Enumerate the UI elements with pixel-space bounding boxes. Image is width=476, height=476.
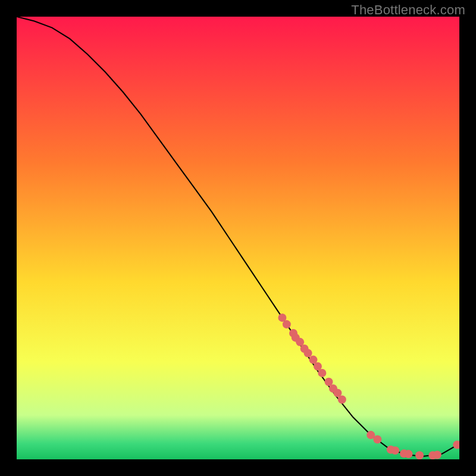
data-marker xyxy=(404,450,412,458)
watermark-text: TheBottleneck.com xyxy=(351,2,465,18)
data-marker xyxy=(304,349,312,357)
marker-group xyxy=(278,314,459,459)
plot-area xyxy=(17,17,459,459)
data-marker xyxy=(373,436,381,444)
chart-overlay xyxy=(17,17,459,459)
data-marker xyxy=(338,396,346,404)
data-marker xyxy=(433,451,441,459)
data-marker xyxy=(283,320,291,328)
chart-container: TheBottleneck.com xyxy=(0,0,476,476)
data-marker xyxy=(318,369,326,377)
curve-line xyxy=(17,17,459,456)
data-marker xyxy=(415,451,424,459)
data-marker xyxy=(391,446,399,455)
